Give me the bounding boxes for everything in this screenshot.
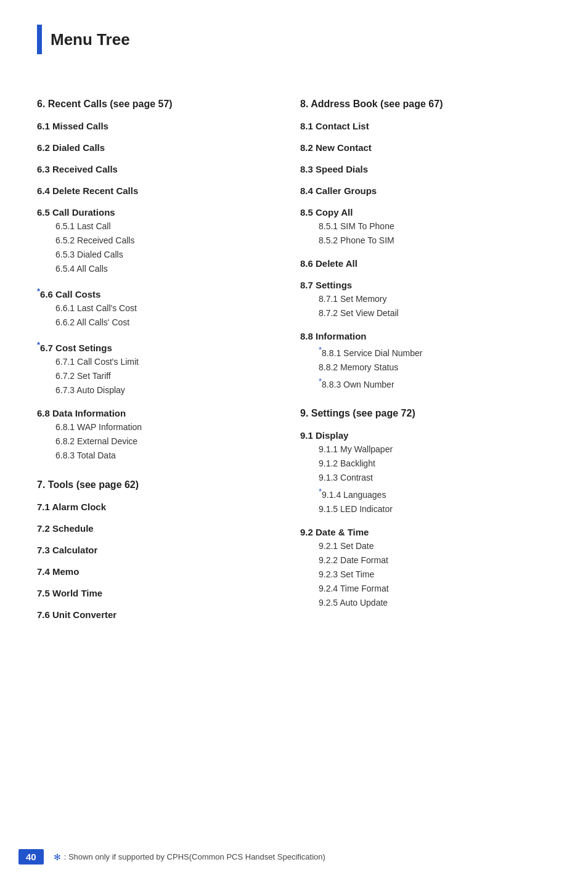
section-6: 6. Recent Calls (see page 57) 6.1 Missed… (37, 99, 276, 462)
right-column: 8. Address Book (see page 67) 8.1 Contac… (294, 85, 551, 622)
content-columns: 6. Recent Calls (see page 57) 6.1 Missed… (37, 85, 551, 622)
page-number: 40 (18, 849, 44, 865)
footer: 40 ✻ : Shown only if supported by CPHS(C… (0, 849, 588, 865)
item-8-7-2: 8.7.2 Set View Detail (319, 307, 551, 320)
item-8-2: 8.2 New Contact (300, 142, 551, 153)
asterisk-8-8-1: * (319, 345, 322, 354)
section-8-header: 8. Address Book (see page 67) (300, 99, 551, 110)
item-7-5: 7.5 World Time (37, 588, 276, 598)
item-6-4: 6.4 Delete Recent Calls (37, 185, 276, 196)
section-8: 8. Address Book (see page 67) 8.1 Contac… (300, 99, 551, 391)
item-6-5-1: 6.5.1 Last Call (55, 220, 276, 233)
item-8-8: 8.8 Information (300, 331, 551, 341)
item-6-6-1: 6.6.1 Last Call's Cost (55, 302, 276, 315)
item-6-3: 6.3 Received Calls (37, 164, 276, 174)
item-6-5-4: 6.5.4 All Calls (55, 262, 276, 275)
item-9-1: 9.1 Display (300, 430, 551, 441)
section-9: 9. Settings (see page 72) 9.1 Display 9.… (300, 408, 551, 609)
item-8-5-1: 8.5.1 SIM To Phone (319, 220, 551, 233)
item-7-3: 7.3 Calculator (37, 545, 276, 555)
item-6-8-2: 6.8.2 External Device (55, 435, 276, 448)
item-9-2: 9.2 Date & Time (300, 527, 551, 537)
page: Menu Tree 6. Recent Calls (see page 57) … (0, 0, 588, 883)
item-6-8-3: 6.8.3 Total Data (55, 449, 276, 462)
section-6-header: 6. Recent Calls (see page 57) (37, 99, 276, 110)
item-8-6: 8.6 Delete All (300, 258, 551, 269)
item-9-2-3: 9.2.3 Set Time (319, 568, 551, 581)
item-7-1: 7.1 Alarm Clock (37, 502, 276, 512)
item-7-4: 7.4 Memo (37, 566, 276, 577)
asterisk-6-7: * (37, 340, 40, 349)
section-7: 7. Tools (see page 62) 7.1 Alarm Clock 7… (37, 479, 276, 620)
section-9-header: 9. Settings (see page 72) (300, 408, 551, 419)
item-8-7: 8.7 Settings (300, 280, 551, 290)
item-6-8: 6.8 Data Information (37, 408, 276, 418)
item-8-7-1: 8.7.1 Set Memory (319, 293, 551, 306)
item-8-4: 8.4 Caller Groups (300, 185, 551, 196)
item-9-1-3: 9.1.3 Contrast (319, 471, 551, 484)
left-column: 6. Recent Calls (see page 57) 6.1 Missed… (37, 85, 294, 622)
item-6-7: *6.7 Cost Setings (37, 340, 276, 353)
item-7-6: 7.6 Unit Converter (37, 609, 276, 620)
item-9-1-2: 9.1.2 Backlight (319, 457, 551, 470)
item-7-2: 7.2 Schedule (37, 523, 276, 534)
item-6-7-3: 6.7.3 Auto Display (55, 384, 276, 397)
footer-note: : Shown only if supported by CPHS(Common… (64, 852, 325, 861)
blue-bar (37, 25, 42, 54)
item-6-6-2: 6.6.2 All Calls' Cost (55, 316, 276, 329)
item-8-5: 8.5 Copy All (300, 207, 551, 218)
asterisk-8-8-3: * (319, 376, 322, 386)
item-9-1-4: *9.1.4 Languages (319, 486, 551, 502)
item-6-5-2: 6.5.2 Received Calls (55, 234, 276, 247)
item-8-1: 8.1 Contact List (300, 121, 551, 131)
item-6-8-1: 6.8.1 WAP Information (55, 421, 276, 434)
item-9-1-5: 9.1.5 LED Indicator (319, 503, 551, 516)
asterisk-6-6: * (37, 287, 40, 296)
item-6-2: 6.2 Dialed Calls (37, 142, 276, 153)
item-9-1-1: 9.1.1 My Wallpaper (319, 443, 551, 456)
item-6-5: 6.5 Call Durations (37, 207, 276, 218)
item-6-6: *6.6 Call Costs (37, 287, 276, 299)
section-7-header: 7. Tools (see page 62) (37, 479, 276, 490)
item-8-8-1: *8.8.1 Service Dial Number (319, 344, 551, 360)
item-9-2-4: 9.2.4 Time Format (319, 582, 551, 595)
item-9-2-1: 9.2.1 Set Date (319, 540, 551, 553)
item-6-7-2: 6.7.2 Set Tariff (55, 370, 276, 383)
item-8-5-2: 8.5.2 Phone To SIM (319, 234, 551, 247)
item-6-1: 6.1 Missed Calls (37, 121, 276, 131)
item-9-2-2: 9.2.2 Date Format (319, 554, 551, 567)
item-6-5-3: 6.5.3 Dialed Calls (55, 248, 276, 261)
page-title: Menu Tree (51, 30, 130, 49)
item-6-7-1: 6.7.1 Call Cost's Limit (55, 356, 276, 368)
asterisk-9-1-4: * (319, 487, 322, 496)
item-8-8-3: *8.8.3 Own Number (319, 375, 551, 391)
header: Menu Tree (37, 25, 551, 54)
item-8-8-2: 8.8.2 Memory Status (319, 361, 551, 374)
item-9-2-5: 9.2.5 Auto Update (319, 596, 551, 609)
item-8-3: 8.3 Speed Dials (300, 164, 551, 174)
footer-asterisk-icon: ✻ (54, 852, 61, 862)
